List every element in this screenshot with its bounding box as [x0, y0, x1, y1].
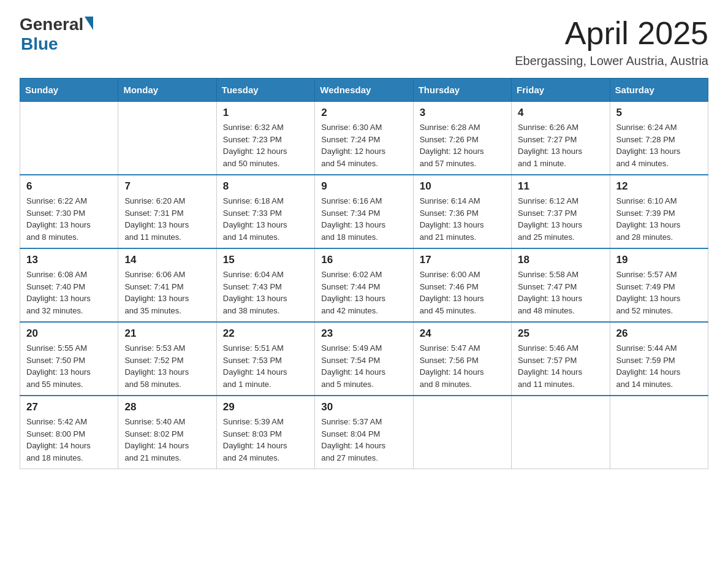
day-number: 21	[124, 327, 210, 340]
calendar-day-cell	[118, 102, 216, 175]
day-number: 14	[124, 254, 210, 266]
calendar-day-cell: 27Sunrise: 5:42 AM Sunset: 8:00 PM Dayli…	[20, 396, 118, 469]
calendar-day-cell: 9Sunrise: 6:16 AM Sunset: 7:34 PM Daylig…	[315, 175, 413, 248]
calendar-day-header: Thursday	[413, 79, 511, 102]
calendar-day-cell: 15Sunrise: 6:04 AM Sunset: 7:43 PM Dayli…	[216, 248, 314, 322]
day-number: 22	[223, 327, 308, 340]
page-header: General Blue April 2025 Ebergassing, Low…	[20, 15, 708, 68]
calendar-day-cell: 24Sunrise: 5:47 AM Sunset: 7:56 PM Dayli…	[413, 322, 511, 396]
calendar-week-row: 6Sunrise: 6:22 AM Sunset: 7:30 PM Daylig…	[20, 175, 708, 248]
day-info: Sunrise: 6:20 AM Sunset: 7:31 PM Dayligh…	[124, 195, 210, 243]
day-number: 18	[518, 254, 603, 266]
calendar-day-cell: 22Sunrise: 5:51 AM Sunset: 7:53 PM Dayli…	[216, 322, 314, 396]
calendar-day-cell	[512, 396, 610, 469]
day-info: Sunrise: 5:37 AM Sunset: 8:04 PM Dayligh…	[321, 416, 406, 464]
calendar-week-row: 1Sunrise: 6:32 AM Sunset: 7:23 PM Daylig…	[20, 102, 708, 175]
location-subtitle: Ebergassing, Lower Austria, Austria	[515, 54, 708, 68]
day-number: 15	[223, 254, 308, 266]
calendar-week-row: 13Sunrise: 6:08 AM Sunset: 7:40 PM Dayli…	[20, 248, 708, 322]
calendar-day-cell: 5Sunrise: 6:24 AM Sunset: 7:28 PM Daylig…	[610, 102, 708, 175]
day-info: Sunrise: 6:02 AM Sunset: 7:44 PM Dayligh…	[321, 269, 406, 316]
day-number: 28	[124, 401, 210, 413]
calendar-day-cell: 12Sunrise: 6:10 AM Sunset: 7:39 PM Dayli…	[610, 175, 708, 248]
day-number: 11	[518, 180, 603, 193]
day-info: Sunrise: 5:58 AM Sunset: 7:47 PM Dayligh…	[518, 269, 603, 316]
calendar-day-cell: 2Sunrise: 6:30 AM Sunset: 7:24 PM Daylig…	[315, 102, 413, 175]
calendar-day-cell: 7Sunrise: 6:20 AM Sunset: 7:31 PM Daylig…	[118, 175, 216, 248]
calendar-day-header: Friday	[512, 79, 610, 102]
logo: General Blue	[20, 15, 93, 54]
month-year-title: April 2025	[515, 15, 708, 52]
calendar-day-cell: 21Sunrise: 5:53 AM Sunset: 7:52 PM Dayli…	[118, 322, 216, 396]
calendar-day-cell	[20, 102, 118, 175]
day-number: 6	[26, 180, 112, 193]
calendar-day-cell: 23Sunrise: 5:49 AM Sunset: 7:54 PM Dayli…	[315, 322, 413, 396]
day-number: 4	[518, 107, 603, 119]
calendar-week-row: 27Sunrise: 5:42 AM Sunset: 8:00 PM Dayli…	[20, 396, 708, 469]
calendar-day-cell: 18Sunrise: 5:58 AM Sunset: 7:47 PM Dayli…	[512, 248, 610, 322]
calendar-day-cell: 3Sunrise: 6:28 AM Sunset: 7:26 PM Daylig…	[413, 102, 511, 175]
calendar-day-cell: 20Sunrise: 5:55 AM Sunset: 7:50 PM Dayli…	[20, 322, 118, 396]
calendar-day-cell	[413, 396, 511, 469]
calendar-day-cell: 16Sunrise: 6:02 AM Sunset: 7:44 PM Dayli…	[315, 248, 413, 322]
day-number: 3	[420, 107, 505, 119]
day-number: 20	[26, 327, 112, 340]
calendar-day-cell: 26Sunrise: 5:44 AM Sunset: 7:59 PM Dayli…	[610, 322, 708, 396]
day-number: 5	[616, 107, 702, 119]
calendar-day-cell: 13Sunrise: 6:08 AM Sunset: 7:40 PM Dayli…	[20, 248, 118, 322]
day-info: Sunrise: 6:30 AM Sunset: 7:24 PM Dayligh…	[321, 121, 406, 169]
day-number: 7	[124, 180, 210, 193]
day-number: 24	[420, 327, 505, 340]
day-number: 2	[321, 107, 406, 119]
day-info: Sunrise: 6:18 AM Sunset: 7:33 PM Dayligh…	[223, 195, 308, 243]
calendar-day-cell: 8Sunrise: 6:18 AM Sunset: 7:33 PM Daylig…	[216, 175, 314, 248]
logo-blue-text: Blue	[21, 34, 58, 54]
day-number: 10	[420, 180, 505, 193]
day-number: 13	[26, 254, 112, 266]
calendar-day-header: Sunday	[20, 79, 118, 102]
calendar-day-cell: 1Sunrise: 6:32 AM Sunset: 7:23 PM Daylig…	[216, 102, 314, 175]
day-number: 9	[321, 180, 406, 193]
calendar-day-cell: 4Sunrise: 6:26 AM Sunset: 7:27 PM Daylig…	[512, 102, 610, 175]
calendar-day-cell: 29Sunrise: 5:39 AM Sunset: 8:03 PM Dayli…	[216, 396, 314, 469]
calendar-header-row: SundayMondayTuesdayWednesdayThursdayFrid…	[20, 79, 708, 102]
day-info: Sunrise: 6:28 AM Sunset: 7:26 PM Dayligh…	[420, 121, 505, 169]
day-info: Sunrise: 5:55 AM Sunset: 7:50 PM Dayligh…	[26, 342, 112, 390]
day-info: Sunrise: 6:10 AM Sunset: 7:39 PM Dayligh…	[616, 195, 702, 243]
day-info: Sunrise: 6:16 AM Sunset: 7:34 PM Dayligh…	[321, 195, 406, 243]
calendar-day-cell: 10Sunrise: 6:14 AM Sunset: 7:36 PM Dayli…	[413, 175, 511, 248]
calendar-week-row: 20Sunrise: 5:55 AM Sunset: 7:50 PM Dayli…	[20, 322, 708, 396]
calendar-day-header: Wednesday	[315, 79, 413, 102]
day-info: Sunrise: 6:08 AM Sunset: 7:40 PM Dayligh…	[26, 269, 112, 316]
day-info: Sunrise: 6:24 AM Sunset: 7:28 PM Dayligh…	[616, 121, 702, 169]
day-info: Sunrise: 5:40 AM Sunset: 8:02 PM Dayligh…	[124, 416, 210, 464]
day-info: Sunrise: 6:22 AM Sunset: 7:30 PM Dayligh…	[26, 195, 112, 243]
calendar-day-cell: 30Sunrise: 5:37 AM Sunset: 8:04 PM Dayli…	[315, 396, 413, 469]
day-number: 29	[223, 401, 308, 413]
calendar-day-cell: 28Sunrise: 5:40 AM Sunset: 8:02 PM Dayli…	[118, 396, 216, 469]
day-info: Sunrise: 5:39 AM Sunset: 8:03 PM Dayligh…	[223, 416, 308, 464]
day-number: 1	[223, 107, 308, 119]
day-info: Sunrise: 6:32 AM Sunset: 7:23 PM Dayligh…	[223, 121, 308, 169]
title-section: April 2025 Ebergassing, Lower Austria, A…	[515, 15, 708, 68]
day-number: 8	[223, 180, 308, 193]
calendar-day-cell: 6Sunrise: 6:22 AM Sunset: 7:30 PM Daylig…	[20, 175, 118, 248]
day-number: 19	[616, 254, 702, 266]
calendar-day-header: Saturday	[610, 79, 708, 102]
day-info: Sunrise: 5:51 AM Sunset: 7:53 PM Dayligh…	[223, 342, 308, 390]
calendar-day-cell: 14Sunrise: 6:06 AM Sunset: 7:41 PM Dayli…	[118, 248, 216, 322]
day-number: 23	[321, 327, 406, 340]
day-number: 17	[420, 254, 505, 266]
day-info: Sunrise: 5:49 AM Sunset: 7:54 PM Dayligh…	[321, 342, 406, 390]
day-info: Sunrise: 6:26 AM Sunset: 7:27 PM Dayligh…	[518, 121, 603, 169]
calendar-day-header: Tuesday	[216, 79, 314, 102]
logo-arrow-icon	[85, 17, 93, 30]
calendar-table: SundayMondayTuesdayWednesdayThursdayFrid…	[20, 78, 708, 469]
day-number: 25	[518, 327, 603, 340]
day-info: Sunrise: 5:44 AM Sunset: 7:59 PM Dayligh…	[616, 342, 702, 390]
day-info: Sunrise: 6:06 AM Sunset: 7:41 PM Dayligh…	[124, 269, 210, 316]
calendar-day-cell: 11Sunrise: 6:12 AM Sunset: 7:37 PM Dayli…	[512, 175, 610, 248]
calendar-day-cell	[610, 396, 708, 469]
day-number: 30	[321, 401, 406, 413]
day-info: Sunrise: 6:04 AM Sunset: 7:43 PM Dayligh…	[223, 269, 308, 316]
